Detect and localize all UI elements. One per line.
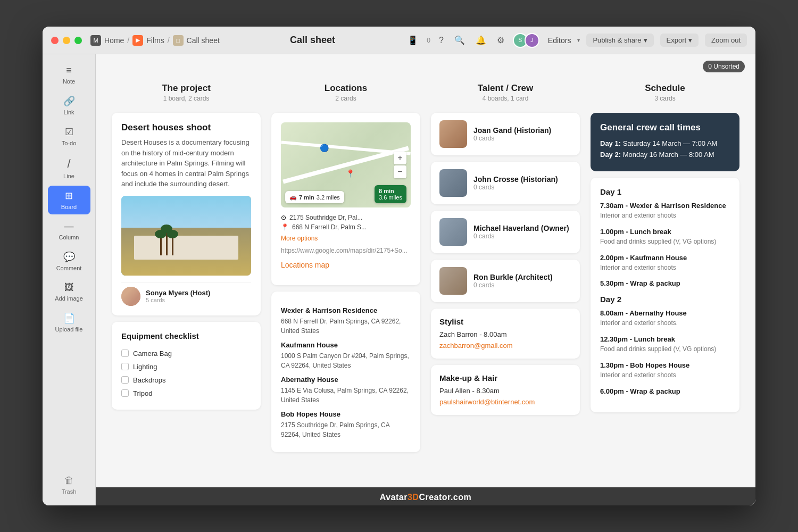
map-zoom-controls: + − [394,152,406,178]
makeup-email[interactable]: paulshairworld@btinternet.com [439,398,535,406]
more-options-link[interactable]: More options [281,235,318,242]
breadcrumb-callsheet[interactable]: Call sheet [187,36,220,45]
link-icon: 🔗 [63,95,75,107]
day1-summary-label: Day 1: [600,139,621,147]
sidebar-item-upload-file[interactable]: 📄 Upload file [48,308,90,337]
talent-cards-michael: 0 cards [473,232,569,240]
sidebar-label-add-image: Add image [55,295,83,302]
export-button[interactable]: Export ▾ [660,34,699,47]
watermark-text2: 3D [408,493,419,502]
makeup-title: Make-up & Hair [439,373,571,383]
general-crew-card: General crew call times Day 1: Saturday … [591,113,739,171]
event-d2e4-title: 6.00pm - Wrap & packup [600,387,730,395]
home-icon: M [90,35,101,46]
map-zoom-out-button[interactable]: − [394,165,406,178]
sidebar-item-board[interactable]: ⊞ Board [48,186,90,214]
breadcrumb-films[interactable]: Films [146,36,164,45]
sidebar-item-comment[interactable]: 💬 Comment [48,247,90,276]
sidebar: ≡ Note 🔗 Link ☑ To-do / Line ⊞ Board — C… [43,54,96,505]
loc-name-kaufmann: Kaufmann House [281,341,411,349]
event-d2e3-desc: Interior and exterior shoots [600,371,730,380]
editor-avatar-2: J [525,33,539,48]
map-address-row-b: 📍 668 N Farrell Dr, Palm S... [281,223,411,231]
palm-1 [160,234,162,255]
checkbox-camera[interactable] [121,350,129,357]
sidebar-item-line[interactable]: / Line [48,153,90,184]
location-abernathy: Abernathy House 1145 E Via Colusa, Palm … [281,376,411,405]
checklist-label-tripod: Tripod [133,389,152,397]
sidebar-label-upload-file: Upload file [55,326,83,332]
column-project: The project 1 board, 2 cards Desert hous… [106,77,266,477]
talent-avatar-ron [439,267,467,295]
palms-layer [160,234,173,255]
content-area: 0 Unsorted The project 1 board, 2 cards … [96,54,755,505]
talent-name-ron: Ron Burkle (Architect) [473,273,553,281]
event-d2e2-title: 12.30pm - Lunch break [600,335,730,343]
checkbox-lighting[interactable] [121,363,129,370]
sidebar-item-add-image[interactable]: 🖼 Add image [48,278,90,306]
sidebar-label-link: Link [63,109,74,115]
breadcrumb: M Home / ▶ Films / □ Call sheet [90,35,220,46]
project-subtitle: 1 board, 2 cards [112,95,261,102]
loc-name-wexler: Wexler & Harrison Residence [281,306,411,314]
maximize-button[interactable] [74,37,82,44]
map-pin-icon-b: 📍 [281,223,289,231]
event-d1e2-desc: Food and drinks supplied (V, VG options) [600,237,730,246]
watermark: Avatar3DCreator.com [96,487,755,505]
minimize-button[interactable] [63,37,70,44]
talent-title: Talent / Crew [431,83,580,94]
main-area: ≡ Note 🔗 Link ☑ To-do / Line ⊞ Board — C… [43,54,755,505]
event-d1e3-desc: Interior and exterior shoots [600,263,730,272]
map-zoom-in-button[interactable]: + [394,152,406,164]
sidebar-item-column[interactable]: — Column [48,217,90,245]
settings-icon[interactable]: ⚙ [495,33,506,47]
unsorted-badge: 0 Unsorted [703,61,745,72]
loc-addr-kaufmann: 1000 S Palm Canyon Dr #204, Palm Springs… [281,351,411,370]
locations-map-link[interactable]: Locations map [281,261,411,269]
map-dist-b: 3.6 miles [379,194,402,201]
editors-label[interactable]: Editors [548,36,571,45]
checkbox-backdrops[interactable] [121,376,129,384]
trash-button[interactable]: 🗑 Trash [57,471,81,499]
locations-addresses-card: Wexler & Harrison Residence 668 N Farrel… [271,292,420,452]
checkbox-tripod[interactable] [121,389,129,397]
publish-share-button[interactable]: Publish & share ▾ [586,34,653,47]
traffic-lights [51,37,82,44]
loc-name-bobhopes: Bob Hopes House [281,410,411,418]
checklist-item-camera: Camera Bag [121,347,251,360]
titlebar-center: Call sheet [220,35,405,46]
zoom-out-button[interactable]: Zoom out [705,34,747,47]
loc-name-abernathy: Abernathy House [281,376,411,384]
breadcrumb-home[interactable]: Home [104,36,124,45]
map-address-a: 2175 Southridge Dr, Pal... [289,214,362,221]
map-car-icon: 🚗 [289,194,297,201]
sidebar-item-note[interactable]: ≡ Note [48,61,90,89]
mobile-icon[interactable]: 📱 [405,33,420,47]
talent-subtitle: 4 boards, 1 card [431,95,580,102]
help-icon[interactable]: ? [437,34,446,47]
map-time-a: 7 min [299,194,314,201]
callsheet-icon: □ [173,35,184,46]
board-icon: ⊞ [65,190,73,202]
bell-icon[interactable]: 🔔 [473,33,488,47]
day1-header: Day 1 [600,187,730,196]
talent-cards-joan: 0 cards [473,135,551,142]
search-icon[interactable]: 🔍 [452,33,467,47]
map-url: https://www.google.com/maps/dir/2175+So.… [281,247,411,254]
map-background: 🔵 📍 🚗 7 min 3.2 miles 8 min 3.6 miles [281,122,411,207]
sidebar-item-link[interactable]: 🔗 Link [48,91,90,120]
locations-title: Locations [271,83,420,94]
trash-icon: 🗑 [64,475,74,486]
stylist-email[interactable]: zachbarron@gmail.com [439,342,512,350]
locations-main-card: 🔵 📍 🚗 7 min 3.2 miles 8 min 3.6 miles [271,113,420,285]
schedule-event-d1e4: 5.30pm - Wrap & packup [600,279,730,287]
talent-name-john: John Crosse (Historian) [473,175,558,184]
loc-addr-abernathy: 1145 E Via Colusa, Palm Springs, CA 9226… [281,386,411,405]
talent-name-michael: Michael Haverland (Owner) [473,224,569,232]
host-info: Sonya Myers (Host) 5 cards [146,289,210,303]
sidebar-item-todo[interactable]: ☑ To-do [48,122,90,151]
schedule-day1-summary: Day 1: Saturday 14 March — 7:00 AM [600,139,730,147]
location-wexler: Wexler & Harrison Residence 668 N Farrel… [281,306,411,336]
close-button[interactable] [51,37,59,44]
event-d2e2-desc: Food and drinks supplied (V, VG options) [600,345,730,354]
